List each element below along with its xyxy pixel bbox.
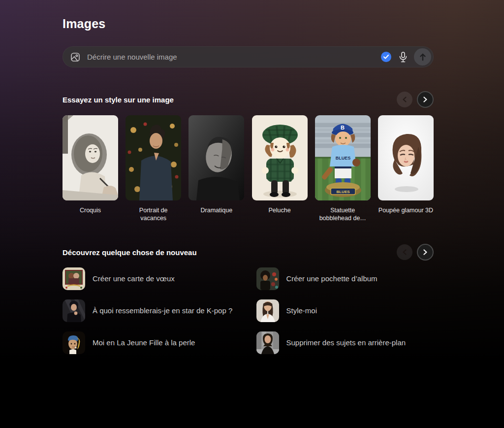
dramatic-bw-portrait-image [189, 115, 244, 200]
svg-text:B: B [341, 125, 345, 131]
style-card-label: Portrait de vacances [126, 206, 181, 222]
page-title: Images [63, 16, 434, 31]
style-card-label: Poupée glamour 3D [378, 206, 434, 214]
discover-item-style-moi[interactable]: Style-moi [252, 299, 434, 322]
svg-text:BLUES: BLUES [336, 190, 350, 194]
style-card-label: Peluche [252, 206, 308, 214]
style-card-label: Statuette bobblehead de… [315, 206, 371, 222]
pencil-sketch-portrait-image [63, 115, 118, 200]
discover-item-label: Moi en La Jeune Fille à la perle [93, 337, 195, 348]
discover-item-label: Créer une pochette d’album [286, 273, 378, 284]
style-cards-row: Croquis [63, 115, 434, 222]
discover-list: Créer une carte de vœux [63, 267, 434, 354]
chevron-right-icon[interactable] [417, 91, 434, 108]
style-card-label: Dramatique [189, 206, 244, 214]
image-icon[interactable] [70, 52, 80, 62]
pearl-earring-girl-thumbnail [63, 331, 85, 354]
album-cover-thumbnail [256, 267, 279, 290]
style-card-poupee-glamour-3d[interactable]: Poupée glamour 3D [378, 115, 434, 222]
style-card-portrait-de-vacances[interactable]: Portrait de vacances [126, 115, 181, 222]
discover-item-label: Style-moi [286, 305, 317, 316]
style-card-dramatique[interactable]: Dramatique [189, 115, 244, 222]
discover-item-label: Créer une carte de vœux [93, 273, 175, 284]
svg-text:BLUES: BLUES [335, 156, 350, 161]
discover-item-label: À quoi ressemblerais-je en star de K-pop… [93, 305, 232, 316]
styles-section-title: Essayez un style sur une image [63, 96, 174, 104]
discover-item-pochette-album[interactable]: Créer une pochette d’album [252, 267, 434, 290]
kpop-star-thumbnail [63, 299, 85, 322]
discover-item-kpop-star[interactable]: À quoi ressemblerais-je en star de K-pop… [63, 299, 244, 322]
style-card-statuette-bobblehead[interactable]: B BLUES [315, 115, 371, 222]
discover-item-label: Supprimer des sujets en arrière-plan [286, 337, 406, 348]
images-page: Images [0, 0, 504, 428]
street-portrait-thumbnail [256, 331, 279, 354]
discover-item-jeune-fille-perle[interactable]: Moi en La Jeune Fille à la perle [63, 331, 244, 354]
baseball-bobblehead-image: B BLUES [315, 115, 371, 200]
send-button[interactable] [414, 48, 431, 66]
greeting-card-thumbnail [63, 267, 85, 290]
style-card-peluche[interactable]: Peluche [252, 115, 308, 222]
plush-doll-image [252, 115, 308, 200]
chevron-right-icon[interactable] [417, 244, 434, 261]
discover-item-carte-de-voeux[interactable]: Créer une carte de vœux [63, 267, 244, 290]
microphone-icon[interactable] [399, 51, 408, 63]
chevron-left-icon[interactable] [397, 244, 412, 260]
style-card-croquis[interactable]: Croquis [63, 115, 118, 222]
style-card-label: Croquis [63, 206, 118, 214]
holiday-portrait-image [126, 115, 181, 200]
prompt-bar [63, 46, 434, 67]
styles-carousel-nav [397, 91, 434, 108]
discover-item-supprimer-arriere-plan[interactable]: Supprimer des sujets en arrière-plan [252, 331, 434, 354]
prompt-input[interactable] [86, 52, 381, 62]
woman-white-blazer-thumbnail [256, 299, 279, 322]
check-icon[interactable] [381, 52, 391, 62]
discover-section-title: Découvrez quelque chose de nouveau [63, 248, 197, 257]
chevron-left-icon[interactable] [397, 92, 412, 107]
discover-carousel-nav [397, 244, 434, 261]
glamour-doll-image [378, 115, 434, 200]
arrow-up-icon [419, 53, 427, 61]
